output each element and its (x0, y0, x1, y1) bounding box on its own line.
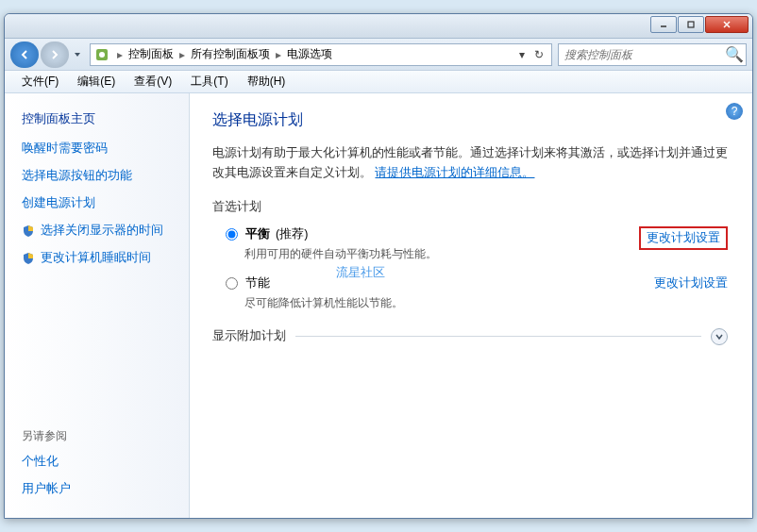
menu-edit[interactable]: 编辑(E) (68, 72, 125, 91)
address-dropdown-icon[interactable]: ▾ (515, 48, 529, 61)
menu-tools[interactable]: 工具(T) (181, 72, 237, 91)
plan-recommended-tag: (推荐) (276, 226, 308, 242)
breadcrumb-all-items[interactable]: 所有控制面板项 (189, 46, 272, 62)
plan-name-text: 平衡 (245, 226, 270, 242)
body: 控制面板主页 唤醒时需要密码 选择电源按钮的功能 创建电源计划 选择关闭显示器的… (5, 93, 752, 518)
plan-saver-desc: 尽可能降低计算机性能以节能。 (226, 295, 654, 311)
see-also-label: 另请参阅 (22, 428, 179, 444)
breadcrumb-control-panel[interactable]: 控制面板 (126, 46, 176, 62)
menu-view[interactable]: 查看(V) (125, 72, 181, 91)
breadcrumb-power-options[interactable]: 电源选项 (285, 46, 334, 62)
change-plan-settings-saver[interactable]: 更改计划设置 (654, 275, 728, 291)
search-input[interactable] (564, 48, 725, 61)
sidebar-power-button[interactable]: 选择电源按钮的功能 (22, 168, 179, 184)
sidebar-display-off[interactable]: 选择关闭显示器的时间 (22, 223, 179, 239)
sidebar-item-label: 唤醒时需要密码 (22, 141, 108, 157)
search-box[interactable]: 🔍 (558, 43, 747, 66)
svg-rect-1 (688, 22, 694, 27)
svg-point-5 (99, 52, 105, 58)
additional-plans-label: 显示附加计划 (212, 328, 286, 344)
menu-file[interactable]: 文件(F) (12, 72, 68, 91)
description-text: 电源计划有助于最大化计算机的性能或者节能。通过选择计划来将其激活，或选择计划并通… (212, 143, 728, 184)
plan-balanced-radio-label[interactable]: 平衡 (推荐) (226, 226, 639, 242)
sidebar-item-label: 创建电源计划 (22, 195, 95, 211)
main-panel: ? 选择电源计划 电源计划有助于最大化计算机的性能或者节能。通过选择计划来将其激… (190, 93, 752, 518)
page-title: 选择电源计划 (212, 110, 728, 130)
sidebar-require-password[interactable]: 唤醒时需要密码 (22, 141, 179, 157)
preferred-plans-label: 首选计划 (212, 199, 728, 215)
sidebar-item-label: 选择关闭显示器的时间 (41, 223, 163, 239)
sidebar-item-label: 更改计算机睡眠时间 (41, 250, 151, 266)
nav-history-dropdown[interactable] (71, 51, 84, 58)
minimize-button[interactable] (650, 16, 677, 33)
plan-balanced-radio[interactable] (226, 228, 238, 241)
chevron-down-icon[interactable] (711, 328, 728, 345)
sidebar-home-link[interactable]: 控制面板主页 (22, 110, 179, 127)
help-icon[interactable]: ? (726, 103, 743, 120)
sidebar-sleep-time[interactable]: 更改计算机睡眠时间 (22, 250, 179, 266)
titlebar (5, 14, 752, 39)
change-plan-settings-balanced[interactable]: 更改计划设置 (639, 226, 728, 250)
plan-balanced: 平衡 (推荐) 利用可用的硬件自动平衡功耗与性能。 更改计划设置 (226, 226, 728, 262)
menu-help[interactable]: 帮助(H) (238, 72, 295, 91)
chevron-right-icon: ▸ (272, 48, 285, 61)
menubar: 文件(F) 编辑(E) 查看(V) 工具(T) 帮助(H) (5, 71, 752, 93)
shield-icon (22, 252, 35, 265)
explorer-window: ▸ 控制面板 ▸ 所有控制面板项 ▸ 电源选项 ▾ ↻ 🔍 文件(F) 编辑(E… (4, 13, 753, 519)
refresh-icon[interactable]: ↻ (530, 48, 547, 61)
sidebar-create-plan[interactable]: 创建电源计划 (22, 195, 179, 211)
close-button[interactable] (705, 16, 749, 33)
chevron-right-icon: ▸ (113, 48, 126, 61)
search-icon[interactable]: 🔍 (725, 45, 740, 63)
sidebar-personalization[interactable]: 个性化 (22, 454, 179, 470)
more-info-link[interactable]: 请提供电源计划的详细信息。 (375, 166, 534, 179)
plan-name-text: 节能 (245, 275, 270, 291)
navbar: ▸ 控制面板 ▸ 所有控制面板项 ▸ 电源选项 ▾ ↻ 🔍 (5, 39, 752, 71)
sidebar-item-label: 选择电源按钮的功能 (22, 168, 132, 184)
additional-plans-row[interactable]: 显示附加计划 (212, 324, 728, 349)
chevron-right-icon: ▸ (176, 48, 189, 61)
plan-saver-radio[interactable] (226, 277, 238, 290)
plan-list: 平衡 (推荐) 利用可用的硬件自动平衡功耗与性能。 更改计划设置 节能 尽可能降… (212, 226, 728, 311)
shield-icon (22, 224, 35, 238)
plan-saver-radio-label[interactable]: 节能 (226, 275, 654, 291)
sidebar-user-accounts[interactable]: 用户帐户 (22, 481, 179, 497)
control-panel-icon (94, 47, 109, 62)
sidebar: 控制面板主页 唤醒时需要密码 选择电源按钮的功能 创建电源计划 选择关闭显示器的… (5, 93, 190, 518)
address-bar[interactable]: ▸ 控制面板 ▸ 所有控制面板项 ▸ 电源选项 ▾ ↻ (90, 43, 552, 66)
plan-balanced-desc: 利用可用的硬件自动平衡功耗与性能。 (226, 246, 639, 262)
forward-button[interactable] (41, 42, 69, 68)
back-button[interactable] (10, 42, 39, 68)
maximize-button[interactable] (678, 16, 704, 33)
divider (295, 336, 701, 337)
plan-power-saver: 节能 尽可能降低计算机性能以节能。 更改计划设置 (226, 275, 728, 311)
